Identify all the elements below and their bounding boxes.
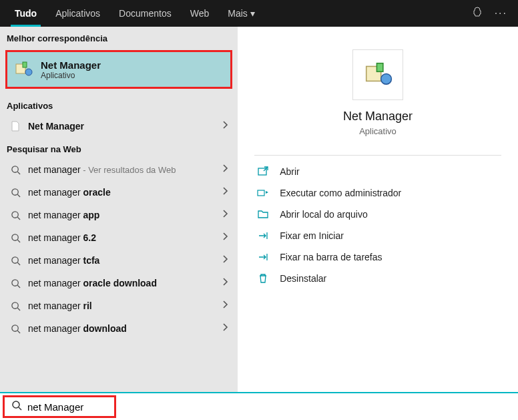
search-icon <box>9 210 21 220</box>
svg-point-17 <box>11 325 17 331</box>
feedback-icon[interactable] <box>472 7 483 20</box>
app-icon <box>13 59 34 80</box>
chevron-right-icon <box>222 300 228 312</box>
result-text: net manager download <box>28 323 127 334</box>
preview-subtitle: Aplicativo <box>359 126 397 136</box>
web-result-row[interactable]: net manager 6.2 <box>0 226 238 249</box>
tab-all[interactable]: Tudo <box>5 0 46 27</box>
search-icon <box>9 233 21 243</box>
tab-documents[interactable]: Documentos <box>109 0 181 27</box>
web-result-row[interactable]: net manager - Ver resultados da Web <box>0 158 238 181</box>
search-icon <box>9 278 21 288</box>
web-result-row[interactable]: net manager oracle <box>0 181 238 204</box>
action-label: Abrir <box>280 166 300 177</box>
action-label: Fixar na barra de tarefas <box>280 252 382 262</box>
chevron-right-icon <box>222 254 228 266</box>
web-result-row[interactable]: net manager download <box>0 317 238 340</box>
svg-rect-24 <box>258 190 264 196</box>
tab-apps[interactable]: Aplicativos <box>46 0 109 27</box>
best-match-subtitle: Aplicativo <box>41 71 101 80</box>
web-result-row[interactable]: net manager tcfa <box>0 249 238 272</box>
chevron-right-icon <box>222 120 228 132</box>
svg-point-9 <box>11 234 17 240</box>
svg-line-6 <box>17 194 20 197</box>
svg-line-4 <box>17 172 20 174</box>
result-text: net manager ril <box>28 300 92 311</box>
chevron-right-icon <box>222 323 228 335</box>
chevron-right-icon <box>222 277 228 289</box>
admin-icon <box>257 188 269 198</box>
svg-point-21 <box>381 73 392 84</box>
search-input[interactable] <box>27 401 107 413</box>
svg-point-2 <box>25 69 32 75</box>
app-tile-icon <box>352 49 403 100</box>
best-match-title: Net Manager <box>41 59 101 71</box>
svg-point-15 <box>11 302 17 308</box>
search-icon <box>9 324 21 334</box>
svg-point-3 <box>11 166 17 172</box>
tab-web[interactable]: Web <box>181 0 219 27</box>
svg-rect-1 <box>23 62 27 67</box>
web-result-row[interactable]: net manager oracle download <box>0 272 238 294</box>
result-text: net manager tcfa <box>28 255 99 266</box>
action-folder[interactable]: Abrir local do arquivo <box>254 204 501 225</box>
tab-label: Tudo <box>15 8 37 19</box>
pin-start-icon <box>257 231 269 240</box>
search-icon <box>9 301 21 311</box>
preview-title: Net Manager <box>343 110 413 124</box>
svg-line-10 <box>17 240 20 242</box>
tab-label: Aplicativos <box>55 8 100 19</box>
svg-line-18 <box>17 331 20 333</box>
svg-line-14 <box>17 285 20 288</box>
tab-label: Documentos <box>119 8 172 19</box>
web-result-row[interactable]: net manager app <box>0 204 238 226</box>
svg-line-12 <box>17 262 20 265</box>
chevron-right-icon <box>222 209 228 221</box>
actions-list: Abrir Executar como administrador Abrir … <box>254 161 501 289</box>
svg-point-5 <box>11 188 17 194</box>
chevron-right-icon <box>222 164 228 176</box>
action-open[interactable]: Abrir <box>254 161 501 182</box>
web-label: Pesquisar na Web <box>0 138 238 158</box>
result-text: net manager 6.2 <box>28 232 96 243</box>
apps-label: Aplicativos <box>0 94 238 115</box>
search-icon <box>11 400 22 413</box>
action-label: Executar como administrador <box>280 188 401 198</box>
app-result-row[interactable]: Net Manager <box>0 115 238 138</box>
chevron-right-icon <box>222 186 228 198</box>
action-uninstall[interactable]: Desinstalar <box>254 268 501 289</box>
tabs-container: Tudo Aplicativos Documentos Web Mais▾ <box>5 0 264 27</box>
svg-line-23 <box>264 167 268 171</box>
action-pin-start[interactable]: Fixar em Iniciar <box>254 225 501 246</box>
open-icon <box>257 166 269 177</box>
svg-point-13 <box>11 279 17 285</box>
action-label: Desinstalar <box>280 273 326 284</box>
search-icon <box>9 165 21 175</box>
chevron-right-icon <box>222 232 228 244</box>
svg-line-8 <box>17 217 20 220</box>
svg-line-28 <box>19 407 21 410</box>
folder-icon <box>257 210 269 219</box>
svg-point-7 <box>11 211 17 217</box>
search-icon <box>9 256 21 266</box>
search-icon <box>9 188 21 198</box>
action-pin-task[interactable]: Fixar na barra de tarefas <box>254 246 501 268</box>
tab-more[interactable]: Mais▾ <box>218 0 264 27</box>
best-match-label: Melhor correspondência <box>0 27 238 47</box>
best-match-item[interactable]: Net Manager Aplicativo <box>5 50 232 89</box>
result-text: net manager oracle download <box>28 278 157 288</box>
search-box[interactable] <box>3 395 116 418</box>
result-text: net manager oracle <box>28 187 111 198</box>
more-icon[interactable]: ··· <box>495 7 507 19</box>
result-text: Net Manager <box>28 121 84 132</box>
web-result-row[interactable]: net manager ril <box>0 294 238 317</box>
divider <box>254 155 501 156</box>
search-bar <box>0 393 518 420</box>
svg-point-27 <box>13 401 19 408</box>
action-label: Abrir local do arquivo <box>280 209 368 220</box>
preview-panel: Net Manager Aplicativo Abrir Executar co… <box>238 27 518 393</box>
tab-label: Mais <box>228 8 248 19</box>
action-admin[interactable]: Executar como administrador <box>254 182 501 204</box>
topbar-actions: ··· <box>472 7 513 20</box>
action-label: Fixar em Iniciar <box>280 230 344 241</box>
